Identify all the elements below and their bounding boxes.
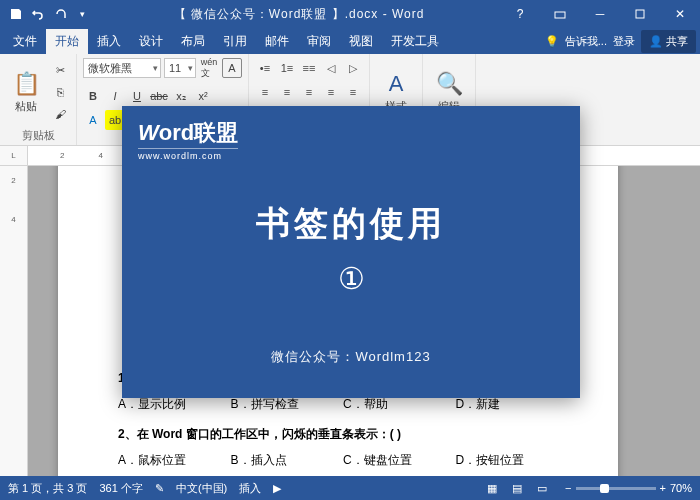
tab-selector[interactable]: L	[0, 146, 28, 165]
redo-icon[interactable]	[52, 6, 68, 22]
increase-indent-icon[interactable]: ▷	[343, 58, 363, 78]
paste-button[interactable]: 📋 粘贴	[6, 58, 46, 126]
tab-file[interactable]: 文件	[4, 29, 46, 54]
italic-icon[interactable]: I	[105, 86, 125, 106]
vtick: 2	[11, 176, 15, 185]
paste-icon: 📋	[13, 71, 40, 97]
logo: Word联盟 www.wordlm.com	[122, 106, 254, 173]
tab-insert[interactable]: 插入	[88, 29, 130, 54]
window-title: 【 微信公众号：Word联盟 】.docx - Word	[98, 6, 500, 23]
status-bar: 第 1 页，共 3 页 361 个字 ✎ 中文(中国) 插入 ▶ ▦ ▤ ▭ −…	[0, 476, 700, 500]
view-buttons: ▦ ▤ ▭	[481, 482, 553, 495]
q2-options: A．鼠标位置 B．插入点 C．键盘位置 D．按钮位置	[118, 448, 558, 472]
macro-icon[interactable]: ▶	[273, 482, 281, 495]
vertical-ruler[interactable]: 2 4	[0, 166, 28, 476]
lightbulb-icon: 💡	[545, 35, 559, 48]
tab-mailings[interactable]: 邮件	[256, 29, 298, 54]
zoom-level[interactable]: 70%	[670, 482, 692, 494]
minimize-icon[interactable]: ─	[580, 0, 620, 28]
ribbon-tabs: 文件 开始 插入 设计 布局 引用 邮件 审阅 视图 开发工具 💡 告诉我...…	[0, 28, 700, 54]
find-icon: 🔍	[436, 71, 463, 97]
splash-number: ①	[338, 261, 365, 296]
close-icon[interactable]: ✕	[660, 0, 700, 28]
question-2: 2、在 Word 窗口的工作区中，闪烁的垂直条表示：( )	[118, 422, 558, 446]
splash-overlay: Word联盟 www.wordlm.com 书签的使用 ① 微信公众号：Word…	[122, 106, 580, 398]
ribbon-options-icon[interactable]	[540, 0, 580, 28]
page-indicator[interactable]: 第 1 页，共 3 页	[8, 481, 87, 496]
q2-opt-a: A．鼠标位置	[118, 448, 221, 472]
format-painter-icon[interactable]: 🖌	[50, 104, 70, 124]
brand-text: Word联盟	[138, 118, 238, 148]
q2-text: 2、在 Word 窗口的工作区中，闪烁的垂直条表示：( )	[118, 427, 401, 441]
q2-opt-d: D．按钮位置	[456, 448, 559, 472]
font-name-select[interactable]: 微软雅黑	[83, 58, 161, 78]
justify-icon[interactable]: ≡	[321, 82, 341, 102]
insert-mode[interactable]: 插入	[239, 481, 261, 496]
language-indicator[interactable]: 中文(中国)	[176, 481, 227, 496]
title-bar: ▾ 【 微信公众号：Word联盟 】.docx - Word ? ─ ✕	[0, 0, 700, 28]
quick-access-toolbar: ▾	[0, 6, 98, 22]
decrease-indent-icon[interactable]: ◁	[321, 58, 341, 78]
underline-icon[interactable]: U	[127, 86, 147, 106]
align-right-icon[interactable]: ≡	[299, 82, 319, 102]
splash-title: 书签的使用	[256, 201, 446, 247]
splash-subtitle: 微信公众号：Wordlm123	[271, 348, 430, 366]
brand-cn: 联盟	[194, 120, 238, 145]
distributed-icon[interactable]: ≡	[343, 82, 363, 102]
tick: 2	[60, 151, 64, 160]
multilevel-icon[interactable]: ≡≡	[299, 58, 319, 78]
phonetic-guide-icon[interactable]: wén文	[199, 58, 219, 78]
q2-opt-b: B．插入点	[231, 448, 334, 472]
bold-icon[interactable]: B	[83, 86, 103, 106]
align-center-icon[interactable]: ≡	[277, 82, 297, 102]
paste-label: 粘贴	[15, 99, 37, 114]
tab-home[interactable]: 开始	[46, 29, 88, 54]
share-button[interactable]: 👤 共享	[641, 30, 696, 53]
zoom-in-icon[interactable]: +	[660, 482, 666, 494]
superscript-icon[interactable]: x²	[193, 86, 213, 106]
numbering-icon[interactable]: 1≡	[277, 58, 297, 78]
bullets-icon[interactable]: •≡	[255, 58, 275, 78]
web-layout-icon[interactable]: ▭	[531, 482, 553, 495]
brand-url: www.wordlm.com	[138, 148, 238, 161]
cut-icon[interactable]: ✂	[50, 60, 70, 80]
char-border-icon[interactable]: A	[222, 58, 242, 78]
help-icon[interactable]: ?	[500, 0, 540, 28]
tab-layout[interactable]: 布局	[172, 29, 214, 54]
read-mode-icon[interactable]: ▦	[481, 482, 503, 495]
group-clipboard: 📋 粘贴 ✂ ⎘ 🖌 剪贴板	[0, 54, 77, 145]
align-left-icon[interactable]: ≡	[255, 82, 275, 102]
tick: 4	[98, 151, 102, 160]
qat-customize-icon[interactable]: ▾	[74, 6, 90, 22]
window-controls: ? ─ ✕	[500, 0, 700, 28]
word-count[interactable]: 361 个字	[99, 481, 142, 496]
tab-developer[interactable]: 开发工具	[382, 29, 448, 54]
brand-ord: ord	[159, 120, 194, 145]
tab-review[interactable]: 审阅	[298, 29, 340, 54]
undo-icon[interactable]	[30, 6, 46, 22]
copy-icon[interactable]: ⎘	[50, 82, 70, 102]
zoom-slider[interactable]	[576, 487, 656, 490]
spellcheck-icon[interactable]: ✎	[155, 482, 164, 495]
clipboard-label: 剪贴板	[6, 126, 70, 143]
q2-opt-c: C．键盘位置	[343, 448, 446, 472]
zoom-control: − + 70%	[565, 482, 692, 494]
tell-me[interactable]: 告诉我...	[565, 34, 607, 49]
maximize-icon[interactable]	[620, 0, 660, 28]
tab-references[interactable]: 引用	[214, 29, 256, 54]
tab-design[interactable]: 设计	[130, 29, 172, 54]
strikethrough-icon[interactable]: abc	[149, 86, 169, 106]
save-icon[interactable]	[8, 6, 24, 22]
styles-icon: A	[389, 71, 404, 97]
text-effects-icon[interactable]: A	[83, 110, 103, 130]
subscript-icon[interactable]: x₂	[171, 86, 191, 106]
login-link[interactable]: 登录	[613, 34, 635, 49]
brand-w: W	[138, 120, 159, 145]
font-size-select[interactable]: 11	[164, 58, 196, 78]
vtick: 4	[11, 215, 15, 224]
share-label: 共享	[666, 35, 688, 47]
zoom-out-icon[interactable]: −	[565, 482, 571, 494]
print-layout-icon[interactable]: ▤	[506, 482, 528, 495]
svg-rect-1	[636, 10, 644, 18]
tab-view[interactable]: 视图	[340, 29, 382, 54]
